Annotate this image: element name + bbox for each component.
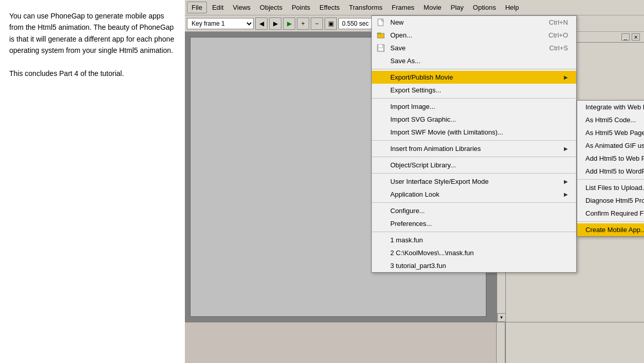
open-icon [376, 30, 386, 41]
recent-1-label: 1 mask.fun [390, 236, 423, 244]
export-label: Export/Publish Movie [390, 73, 453, 81]
new-shortcut: Ctrl+N [549, 18, 568, 26]
timeline-scrollbar[interactable] [496, 322, 505, 363]
menu-help[interactable]: Help [501, 2, 523, 13]
submenu-item-confirm[interactable]: Confirm Required Files on Internet... [577, 207, 644, 220]
menu-item-save[interactable]: Save Ctrl+S [372, 42, 576, 54]
separator-6 [372, 202, 576, 203]
object-library-label: Object/Script Library... [390, 161, 456, 169]
separator-7 [372, 232, 576, 232]
ui-style-arrow-icon: ▶ [564, 179, 568, 184]
menu-movie[interactable]: Movie [420, 2, 446, 13]
menu-item-recent-2[interactable]: 2 C:\KoolMoves\...\mask.fun [372, 246, 576, 259]
import-image-label: Import Image... [390, 103, 435, 110]
export-submenu[interactable]: Integrate with Web Page Editor... As Htm… [577, 100, 644, 237]
menu-item-export-settings[interactable]: Export Settings... [372, 84, 576, 97]
play-btn[interactable]: ▶ [283, 17, 295, 30]
insert-anim-arrow-icon: ▶ [564, 146, 568, 151]
timeline-canvas [185, 322, 505, 363]
menu-file[interactable]: File [187, 2, 207, 13]
svg-rect-4 [378, 45, 382, 47]
recent-2-label: 2 C:\KoolMoves\...\mask.fun [390, 249, 474, 257]
submenu-item-list-files[interactable]: List Files to Upload... [577, 181, 644, 194]
submenu-item-integrate[interactable]: Integrate with Web Page Editor... [577, 101, 644, 113]
save-shortcut: Ctrl+S [550, 44, 568, 52]
menu-objects[interactable]: Objects [256, 2, 287, 13]
menu-play[interactable]: Play [447, 2, 468, 13]
props-pin-btn[interactable]: _ [621, 33, 630, 41]
menu-options[interactable]: Options [469, 2, 500, 13]
insert-anim-label: Insert from Animation Libraries [390, 145, 481, 152]
prev-frame-btn[interactable]: ◀ [255, 17, 268, 30]
submenu-separator-1 [577, 179, 644, 180]
menu-item-import-svg[interactable]: Import SVG Graphic... [372, 113, 576, 126]
timeline [185, 322, 644, 363]
add-frame-btn[interactable]: + [297, 17, 309, 30]
props-close-btn[interactable]: ✕ [632, 33, 640, 41]
submenu-item-html5-code[interactable]: As Html5 Code... [577, 113, 644, 126]
integrate-label: Integrate with Web Page Editor... [585, 103, 644, 111]
tutorial-text: You can use PhoneGap to generate mobile … [9, 10, 176, 56]
menu-item-save-as[interactable]: Save As... [372, 54, 576, 67]
remove-frame-btn[interactable]: − [311, 17, 323, 30]
menu-item-insert-anim[interactable]: Insert from Animation Libraries ▶ [372, 142, 576, 155]
keyframe-select[interactable]: Key frame 1 [187, 18, 254, 29]
menu-item-app-look[interactable]: Application Look ▶ [372, 188, 576, 201]
file-menu-dropdown[interactable]: New Ctrl+N Open... Ctrl+O [371, 15, 577, 273]
menu-item-import-swf[interactable]: Import SWF Movie (with Limitations)... [372, 126, 576, 139]
iframe-label: Add Html5 to Web Page with Iframe... [585, 155, 644, 162]
configure-label: Configure... [390, 207, 425, 215]
menubar: File Edit Views Objects Points Effects T… [185, 0, 644, 15]
save-icon [376, 43, 386, 53]
diagnose-label: Diagnose Html5 Problems... [585, 197, 644, 204]
submenu-item-create-mobile[interactable]: Create Mobile App... [577, 223, 644, 236]
new-icon [376, 17, 386, 28]
menu-item-open[interactable]: Open... Ctrl+O [372, 29, 576, 42]
create-mobile-label: Create Mobile App... [585, 226, 644, 234]
ui-style-label: User Interface Style/Export Mode [390, 178, 488, 185]
menu-item-ui-style[interactable]: User Interface Style/Export Mode ▶ [372, 175, 576, 188]
separator-1 [372, 69, 576, 69]
separator-2 [372, 98, 576, 99]
gif-label: As Animated GIF using ImageMagick [585, 142, 644, 149]
svg-rect-2 [377, 33, 381, 34]
import-svg-label: Import SVG Graphic... [390, 116, 456, 123]
recent-3-label: 3 tutorial_part3.fun [390, 262, 446, 270]
menu-points[interactable]: Points [288, 2, 314, 13]
menu-item-import-image[interactable]: Import Image... [372, 100, 576, 113]
svg-rect-5 [378, 48, 383, 51]
props-header-buttons: _ ✕ [621, 33, 640, 41]
submenu-item-gif[interactable]: As Animated GIF using ImageMagick ▶ [577, 139, 644, 152]
html5-code-label: As Html5 Code... [585, 116, 636, 124]
submenu-item-html5-page[interactable]: As Html5 Web Page... [577, 126, 644, 139]
save-label: Save [390, 44, 406, 52]
html5-page-label: As Html5 Web Page... [585, 129, 644, 137]
submenu-item-wordpress[interactable]: Add Html5 to WordPress Page... [577, 165, 644, 178]
list-files-label: List Files to Upload... [585, 184, 644, 192]
separator-4 [372, 157, 576, 157]
menu-item-object-library[interactable]: Object/Script Library... [372, 159, 576, 171]
menu-views[interactable]: Views [229, 2, 254, 13]
menu-item-recent-3[interactable]: 3 tutorial_part3.fun [372, 259, 576, 272]
export-settings-label: Export Settings... [390, 86, 441, 94]
menu-item-new[interactable]: New Ctrl+N [372, 16, 576, 29]
duplicate-btn[interactable]: ▣ [325, 17, 337, 30]
menu-item-configure[interactable]: Configure... [372, 204, 576, 217]
menu-transforms[interactable]: Transforms [345, 2, 387, 13]
import-swf-label: Import SWF Movie (with Limitations)... [390, 128, 503, 136]
next-frame-btn[interactable]: ▶ [269, 17, 281, 30]
submenu-item-iframe[interactable]: Add Html5 to Web Page with Iframe... ▶ [577, 152, 644, 165]
submenu-separator-2 [577, 221, 644, 222]
menu-item-recent-1[interactable]: 1 mask.fun [372, 234, 576, 246]
wordpress-label: Add Html5 to WordPress Page... [585, 167, 644, 175]
menu-item-preferences[interactable]: Preferences... [372, 217, 576, 230]
menu-effects[interactable]: Effects [315, 2, 344, 13]
submenu-item-diagnose[interactable]: Diagnose Html5 Problems... [577, 194, 644, 207]
menu-edit[interactable]: Edit [208, 2, 228, 13]
scroll-down-btn[interactable]: ▼ [497, 313, 506, 322]
menu-frames[interactable]: Frames [388, 2, 419, 13]
menu-item-export[interactable]: Export/Publish Movie ▶ [372, 71, 576, 84]
new-label: New [390, 18, 404, 26]
separator-3 [372, 140, 576, 141]
timeline-props [505, 322, 644, 363]
